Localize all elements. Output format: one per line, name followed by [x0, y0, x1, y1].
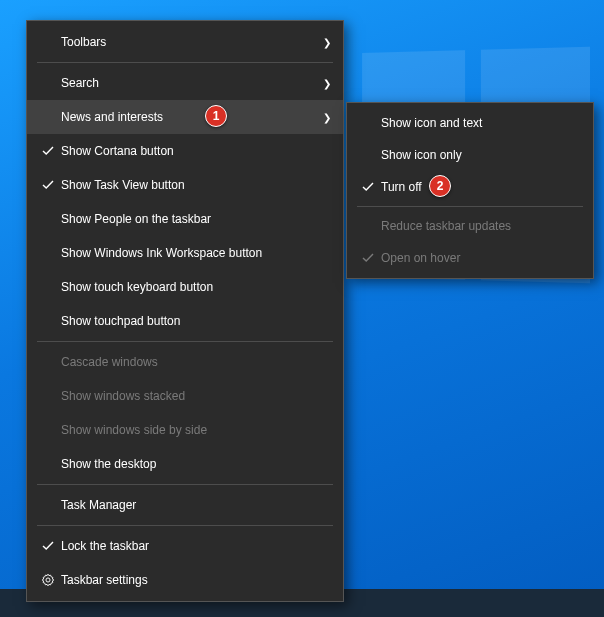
menu-label: Show windows side by side — [61, 423, 331, 437]
separator — [357, 206, 583, 207]
menu-label: Show touchpad button — [61, 314, 331, 328]
check-icon — [35, 179, 61, 191]
menu-item-toolbars[interactable]: Toolbars ❯ — [27, 25, 343, 59]
news-and-interests-submenu: Show icon and text Show icon only Turn o… — [346, 102, 594, 279]
menu-label: Show People on the taskbar — [61, 212, 331, 226]
menu-label: Show icon and text — [381, 116, 581, 130]
menu-item-stacked: Show windows stacked — [27, 379, 343, 413]
menu-label: Show icon only — [381, 148, 581, 162]
gear-icon — [35, 573, 61, 587]
menu-label: Turn off — [381, 180, 581, 194]
menu-item-search[interactable]: Search ❯ — [27, 66, 343, 100]
separator — [37, 341, 333, 342]
menu-label: Reduce taskbar updates — [381, 219, 581, 233]
menu-label: Taskbar settings — [61, 573, 331, 587]
menu-label: Cascade windows — [61, 355, 331, 369]
menu-item-show-cortana[interactable]: Show Cortana button — [27, 134, 343, 168]
menu-item-show-ink[interactable]: Show Windows Ink Workspace button — [27, 236, 343, 270]
separator — [37, 525, 333, 526]
menu-label: Search — [61, 76, 317, 90]
submenu-item-reduce-updates: Reduce taskbar updates — [347, 210, 593, 242]
menu-item-task-manager[interactable]: Task Manager — [27, 488, 343, 522]
menu-item-lock-taskbar[interactable]: Lock the taskbar — [27, 529, 343, 563]
taskbar-context-menu: Toolbars ❯ Search ❯ News and interests 1… — [26, 20, 344, 602]
menu-label: Show the desktop — [61, 457, 331, 471]
menu-item-show-people[interactable]: Show People on the taskbar — [27, 202, 343, 236]
annotation-badge-2: 2 — [429, 175, 451, 197]
menu-item-taskbar-settings[interactable]: Taskbar settings — [27, 563, 343, 597]
chevron-right-icon: ❯ — [317, 37, 331, 48]
menu-item-cascade: Cascade windows — [27, 345, 343, 379]
menu-item-news-and-interests[interactable]: News and interests 1 ❯ — [27, 100, 343, 134]
menu-label: Show Task View button — [61, 178, 331, 192]
submenu-item-icon-text[interactable]: Show icon and text — [347, 107, 593, 139]
menu-item-show-touchpad[interactable]: Show touchpad button — [27, 304, 343, 338]
menu-label: Lock the taskbar — [61, 539, 331, 553]
chevron-right-icon: ❯ — [317, 78, 331, 89]
check-icon — [355, 252, 381, 264]
submenu-item-icon-only[interactable]: Show icon only — [347, 139, 593, 171]
menu-label: Show Windows Ink Workspace button — [61, 246, 331, 260]
menu-label: Open on hover — [381, 251, 581, 265]
check-icon — [355, 181, 381, 193]
menu-label: Show Cortana button — [61, 144, 331, 158]
menu-item-show-desktop[interactable]: Show the desktop — [27, 447, 343, 481]
separator — [37, 62, 333, 63]
menu-label: News and interests — [61, 110, 317, 124]
submenu-item-open-on-hover: Open on hover — [347, 242, 593, 274]
chevron-right-icon: ❯ — [317, 112, 331, 123]
check-icon — [35, 145, 61, 157]
menu-label: Show touch keyboard button — [61, 280, 331, 294]
separator — [37, 484, 333, 485]
annotation-badge-1: 1 — [205, 105, 227, 127]
menu-label: Task Manager — [61, 498, 331, 512]
menu-item-show-taskview[interactable]: Show Task View button — [27, 168, 343, 202]
check-icon — [35, 540, 61, 552]
menu-label: Show windows stacked — [61, 389, 331, 403]
menu-item-show-touch-keyboard[interactable]: Show touch keyboard button — [27, 270, 343, 304]
menu-item-sidebyside: Show windows side by side — [27, 413, 343, 447]
submenu-item-turn-off[interactable]: Turn off 2 — [347, 171, 593, 203]
menu-label: Toolbars — [61, 35, 317, 49]
